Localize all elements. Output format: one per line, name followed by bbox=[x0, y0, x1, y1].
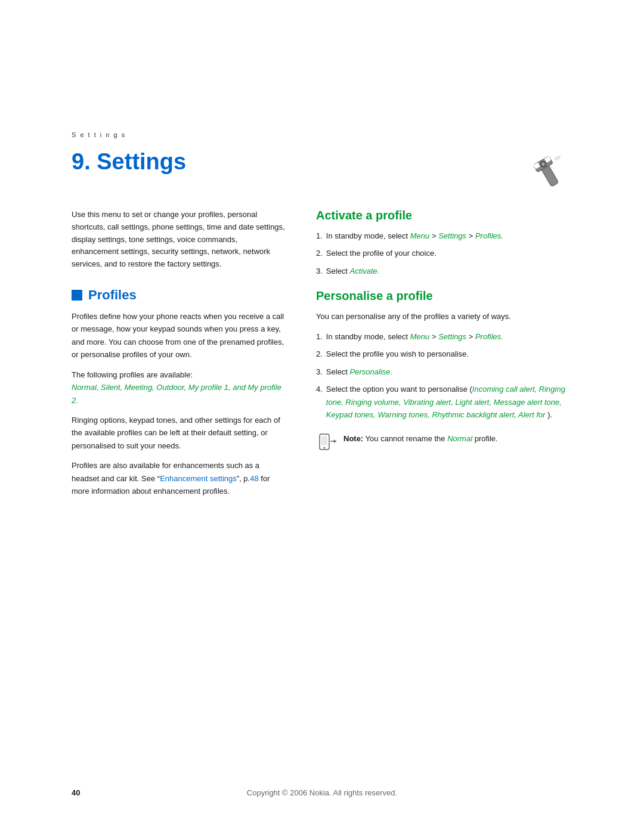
two-column-layout: Use this menu to set or change your prof… bbox=[72, 209, 572, 505]
chapter-title-block: 9. Settings bbox=[72, 149, 186, 175]
activate-step-1: 1. In standby mode, select Menu > Settin… bbox=[316, 230, 572, 242]
profiles-available-label: The following profiles are available: No… bbox=[72, 368, 286, 407]
activate-action: Activate. bbox=[350, 267, 380, 275]
personalise-profiles: Profiles. bbox=[475, 332, 503, 341]
personalise-intro: You can personalise any of the profiles … bbox=[316, 310, 572, 323]
activate-section: Activate a profile 1. In standby mode, s… bbox=[316, 209, 572, 277]
copyright: Copyright © 2006 Nokia. All rights reser… bbox=[247, 788, 397, 797]
profiles-section-header: Profiles bbox=[72, 287, 286, 303]
note-box: Note: You cannot rename the Normal profi… bbox=[316, 433, 572, 454]
activate-list: 1. In standby mode, select Menu > Settin… bbox=[316, 230, 572, 277]
footer: 40 Copyright © 2006 Nokia. All rights re… bbox=[0, 788, 644, 797]
breadcrumb: S e t t i n g s bbox=[72, 131, 572, 138]
personalise-title: Personalise a profile bbox=[316, 289, 572, 303]
personalise-section: Personalise a profile You can personalis… bbox=[316, 289, 572, 454]
personalise-list: 1. In standby mode, select Menu > Settin… bbox=[316, 330, 572, 422]
svg-point-6 bbox=[553, 154, 561, 161]
note-icon bbox=[316, 433, 338, 454]
note-normal-profile: Normal bbox=[447, 434, 472, 443]
right-column: Activate a profile 1. In standby mode, s… bbox=[316, 209, 572, 505]
profile-list: Normal, Silent, Meeting, Outdoor, My pro… bbox=[72, 383, 281, 404]
note-text: Note: You cannot rename the Normal profi… bbox=[343, 433, 498, 445]
personalise-menu: Menu bbox=[410, 332, 430, 341]
svg-marker-11 bbox=[334, 439, 336, 443]
activate-title: Activate a profile bbox=[316, 209, 572, 222]
left-column: Use this menu to set or change your prof… bbox=[72, 209, 286, 505]
page-link-48[interactable]: 48 bbox=[250, 474, 258, 483]
personalise-step-2: 2. Select the profile you wish to person… bbox=[316, 348, 572, 360]
chapter-header: 9. Settings bbox=[72, 149, 572, 191]
profiles-body2: Ringing options, keypad tones, and other… bbox=[72, 414, 286, 452]
personalise-step-1: 1. In standby mode, select Menu > Settin… bbox=[316, 330, 572, 343]
personalise-step-4: 4. Select the option you want to persona… bbox=[316, 383, 572, 421]
enhancement-settings-link[interactable]: Enhancement settings bbox=[160, 474, 237, 483]
activate-profiles: Profiles. bbox=[475, 231, 503, 240]
personalise-settings: Settings bbox=[438, 332, 466, 341]
profiles-section-square bbox=[72, 290, 82, 301]
profiles-body1: Profiles define how your phone reacts wh… bbox=[72, 310, 286, 361]
activate-step-3: 3. Select Activate. bbox=[316, 265, 572, 277]
page-number: 40 bbox=[72, 788, 80, 797]
page: S e t t i n g s 9. Settings bbox=[0, 0, 644, 833]
content-area: S e t t i n g s 9. Settings bbox=[0, 0, 644, 553]
intro-text: Use this menu to set or change your prof… bbox=[72, 209, 286, 271]
personalise-action: Personalise. bbox=[350, 367, 393, 376]
svg-point-9 bbox=[324, 447, 326, 449]
svg-rect-8 bbox=[321, 436, 327, 445]
activate-menu: Menu bbox=[410, 231, 430, 240]
activate-step-2: 2. Select the profile of your choice. bbox=[316, 247, 572, 259]
personalise-step-3: 3. Select Personalise. bbox=[316, 366, 572, 378]
profiles-section-title: Profiles bbox=[88, 287, 137, 303]
chapter-title: 9. Settings bbox=[72, 149, 186, 175]
activate-settings: Settings bbox=[438, 231, 466, 240]
settings-icon bbox=[525, 149, 572, 191]
profiles-body3: Profiles are also available for enhancem… bbox=[72, 459, 286, 497]
